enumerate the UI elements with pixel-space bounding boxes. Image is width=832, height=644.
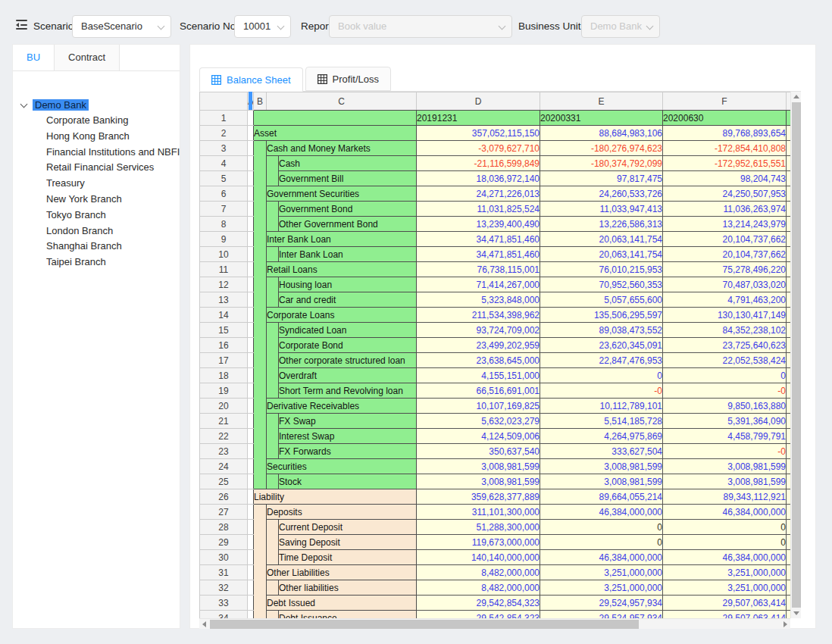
label-cell[interactable]: Cash [279,156,417,171]
value-cell[interactable]: -0 [540,383,663,399]
label-cell[interactable]: Liability [254,489,417,505]
label-cell[interactable]: FX Forwards [279,444,417,459]
grid-cell[interactable] [248,202,254,217]
value-cell[interactable]: 3,251,000,000 [540,580,663,596]
value-cell[interactable]: 29,524,957,934 [540,611,663,619]
tab-balance-sheet[interactable]: Balance Sheet [199,67,303,92]
value-cell[interactable]: 46,384,000,000 [663,505,787,520]
label-cell[interactable]: Retail Loans [267,262,417,277]
grid-cell[interactable] [248,414,254,429]
grid-cell[interactable] [248,368,254,383]
tree-item[interactable]: Taipei Branch [13,255,180,270]
label-cell[interactable]: Government Bill [279,171,417,186]
value-cell[interactable]: -0 [663,444,787,459]
value-cell[interactable]: 13,239,400,490 [417,217,540,232]
value-cell[interactable]: -180,374,792,099 [540,156,663,171]
row-number[interactable]: 18 [200,368,248,383]
vertical-scrollbar[interactable] [790,92,801,618]
value-cell[interactable]: 23,725,640,623 [663,338,787,353]
value-cell[interactable]: 29,524,957,934 [540,596,663,611]
value-cell[interactable]: 130,130,417,149 [663,308,787,323]
value-cell[interactable]: 3,008,981,599 [663,474,787,489]
value-cell[interactable]: 311,101,300,000 [417,505,540,520]
value-cell[interactable]: 34,471,851,460 [417,247,540,262]
value-cell[interactable]: 20,063,141,754 [540,232,663,247]
row-number[interactable]: 17 [200,353,248,368]
label-cell[interactable]: Cash and Money Markets [267,141,417,156]
value-cell[interactable]: 89,038,473,552 [540,323,663,338]
grid-cell[interactable] [248,292,254,308]
grid-cell[interactable] [248,217,254,232]
value-cell[interactable]: 23,638,645,000 [417,353,540,368]
date-header-cell[interactable]: 20200331 [540,111,663,126]
label-cell[interactable]: Current Deposit [279,520,417,535]
label-cell[interactable]: Inter Bank Loan [267,232,417,247]
label-cell[interactable]: Inter Bank Loan [279,247,417,262]
value-cell[interactable]: 9,850,163,880 [663,399,787,414]
grid-cell[interactable] [248,505,254,520]
vertical-scroll-thumb[interactable] [792,102,801,608]
value-cell[interactable]: 66,516,691,001 [417,383,540,399]
value-cell[interactable]: -3,079,627,710 [417,141,540,156]
value-cell[interactable]: 93,724,709,002 [417,323,540,338]
value-cell[interactable]: 135,506,295,597 [540,308,663,323]
label-cell[interactable]: Other Government Bond [279,217,417,232]
row-number[interactable]: 10 [200,247,248,262]
value-cell[interactable]: 18,036,972,140 [417,171,540,186]
tree-item[interactable]: Corporate Banking [13,113,180,129]
grid-cell[interactable] [248,111,254,126]
column-header[interactable]: C [267,92,417,111]
value-cell[interactable]: 34,471,851,460 [417,232,540,247]
label-cell[interactable]: Saving Deposit [279,535,417,550]
value-cell[interactable]: 84,352,238,102 [663,323,787,338]
value-cell[interactable]: 350,637,540 [417,444,540,459]
grid-cell[interactable] [248,232,254,247]
value-cell[interactable]: 76,010,215,953 [540,262,663,277]
row-number[interactable]: 7 [200,202,248,217]
grid-cell[interactable] [248,262,254,277]
value-cell[interactable]: 75,278,496,220 [663,262,787,277]
scroll-down-icon[interactable] [793,611,799,615]
row-number[interactable]: 23 [200,444,248,459]
value-cell[interactable]: 3,008,981,599 [417,474,540,489]
horizontal-scroll-thumb[interactable] [210,620,639,629]
value-cell[interactable]: 89,768,893,654 [663,126,787,141]
value-cell[interactable]: 4,264,975,869 [540,429,663,444]
row-number[interactable]: 13 [200,292,248,308]
row-number[interactable]: 22 [200,429,248,444]
row-number[interactable]: 34 [200,611,248,619]
column-header[interactable]: F [663,92,787,111]
grid-cell[interactable] [248,141,254,156]
row-number[interactable]: 33 [200,596,248,611]
row-number[interactable]: 29 [200,535,248,550]
row-number[interactable]: 19 [200,383,248,399]
grid-cell[interactable] [248,126,254,141]
grid-cell[interactable] [248,323,254,338]
value-cell[interactable]: 0 [540,535,663,550]
value-cell[interactable]: 46,384,000,000 [663,550,787,565]
grid-cell[interactable] [248,550,254,565]
label-cell[interactable]: Asset [254,126,417,141]
scenario-select[interactable]: BaseScenario [72,15,171,38]
value-cell[interactable]: 0 [540,368,663,383]
grid-cell[interactable] [248,277,254,292]
value-cell[interactable]: 140,140,000,000 [417,550,540,565]
label-cell[interactable]: Time Deposit [279,550,417,565]
row-number[interactable]: 30 [200,550,248,565]
value-cell[interactable]: 119,673,000,000 [417,535,540,550]
value-cell[interactable]: 5,057,655,600 [540,292,663,308]
value-cell[interactable]: 97,817,475 [540,171,663,186]
value-cell[interactable]: 13,226,586,313 [540,217,663,232]
value-cell[interactable]: 29,507,063,414 [663,596,787,611]
value-cell[interactable]: 8,482,000,000 [417,565,540,580]
value-cell[interactable]: 0 [663,368,787,383]
scroll-up-icon[interactable] [793,95,799,98]
value-cell[interactable]: 5,514,185,728 [540,414,663,429]
value-cell[interactable]: 359,628,377,889 [417,489,540,505]
row-number[interactable]: 2 [200,126,248,141]
row-number[interactable]: 31 [200,565,248,580]
value-cell[interactable]: 4,155,151,000 [417,368,540,383]
value-cell[interactable]: 98,204,743 [663,171,787,186]
value-cell[interactable]: 76,738,115,001 [417,262,540,277]
value-cell[interactable]: -0 [663,383,787,399]
